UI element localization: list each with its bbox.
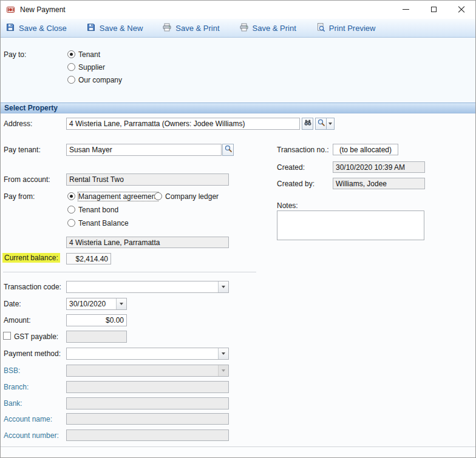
branch-field [66,381,229,393]
print-preview-icon [316,22,325,34]
window-title: New Payment [20,5,66,14]
save-print-label-2: Save & Print [253,24,296,33]
pay-to-radio-our-company-label[interactable]: Our company [78,76,122,84]
gst-payable-checkbox[interactable] [3,332,11,340]
from-account-label: From account: [4,175,50,184]
chevron-down-icon [222,286,225,288]
date-dropdown-button[interactable] [116,298,126,309]
pay-from-property-field: 4 Wisteria Lane, Parramatta [66,237,229,248]
account-name-field [66,413,229,425]
save-new-button[interactable]: Save & New [86,22,143,34]
current-balance-field: $2,414.40 [66,253,111,264]
transaction-code-label: Transaction code: [4,283,61,291]
maximize-button[interactable] [420,1,447,18]
close-icon [458,6,465,13]
section-title: Select Property [4,104,58,112]
gst-payable-field [66,331,127,343]
branch-label: Branch: [4,383,29,391]
save-close-label: Save & Close [19,24,67,33]
pay-tenant-lookup-button[interactable] [222,144,234,156]
payment-method-dropdown-button[interactable] [218,348,228,359]
pay-from-radio-management-agreement-label[interactable]: Management agreement [78,192,158,201]
pay-from-radio-company-ledger[interactable] [154,192,162,200]
transaction-no-label: Transaction no.: [277,146,329,154]
minimize-icon [403,9,409,10]
pay-to-label: Pay to: [4,50,26,59]
address-search-button[interactable] [302,118,313,130]
titlebar[interactable]: New Payment [1,1,475,19]
pay-tenant-input[interactable]: Susan Mayer [66,144,222,156]
account-name-label: Account name: [4,415,52,423]
pay-from-radio-tenant-balance-label[interactable]: Tenant Balance [78,219,129,227]
pay-to-radio-our-company[interactable] [67,76,75,84]
pay-to-radio-supplier[interactable] [67,63,75,71]
address-input[interactable]: 4 Wisteria Lane, Parramatta (Owners: Jod… [66,118,300,130]
from-account-field: Rental Trust Two [66,173,229,186]
amount-label: Amount: [4,316,31,325]
save-close-icon [5,22,15,34]
pay-from-label: Pay from: [4,192,35,201]
payment-method-label: Payment method: [4,349,61,358]
toolbar: Save & Close Save & New Save & Print Sav… [1,19,475,38]
date-select[interactable]: 30/10/2020 [66,298,127,310]
created-label: Created: [277,163,305,172]
chevron-down-icon [222,352,225,355]
save-print-label-1: Save & Print [175,24,219,33]
bottom-divider [1,446,476,447]
divider [3,272,256,272]
transaction-code-select[interactable] [66,281,229,293]
bank-field [66,397,229,409]
address-label: Address: [4,120,32,128]
pay-to-radio-supplier-label[interactable]: Supplier [78,63,105,72]
amount-input[interactable]: $0.00 [66,314,127,326]
window-controls [392,1,475,18]
save-print-button-2[interactable]: Save & Print [239,22,296,34]
pay-from-radio-management-agreement[interactable] [67,192,75,200]
app-icon [6,5,16,15]
created-field: 30/10/2020 10:39 AM [333,161,425,173]
printer-icon [162,22,172,34]
pay-from-radio-tenant-bond-label[interactable]: Tenant bond [78,206,118,214]
address-lookup-button[interactable] [315,118,327,130]
notes-textarea[interactable] [277,210,424,240]
pay-tenant-label: Pay tenant: [4,146,41,154]
notes-label: Notes: [277,201,298,210]
transaction-code-dropdown-button[interactable] [218,281,228,292]
current-balance-label: Current balance: [2,253,60,263]
chevron-down-icon [222,369,225,372]
payment-method-select[interactable] [66,348,229,360]
created-by-label: Created by: [277,180,314,188]
new-payment-window: New Payment Save & Close Save & New Save… [0,0,476,458]
pay-from-radio-tenant-balance[interactable] [67,219,75,227]
bank-label: Bank: [4,399,22,408]
bsb-select [66,365,229,377]
created-by-field: Williams, Jodee [333,178,425,189]
bsb-label: BSB: [4,366,20,375]
save-new-label: Save & New [100,24,143,33]
save-new-icon [86,22,96,34]
pay-to-radio-tenant-label[interactable]: Tenant [78,50,100,59]
printer-icon [239,22,249,34]
chevron-down-icon [328,123,332,125]
maximize-icon [431,7,437,12]
close-button[interactable] [447,1,475,18]
gst-payable-label: GST payable: [14,332,58,341]
address-dropdown-button[interactable] [326,118,335,130]
account-number-label: Account number: [4,431,59,440]
pay-from-radio-tenant-bond[interactable] [67,206,75,214]
minimize-button[interactable] [392,1,420,18]
save-print-button-1[interactable]: Save & Print [162,22,219,34]
bsb-dropdown-button [218,365,228,376]
save-close-button[interactable]: Save & Close [5,22,67,34]
binoculars-icon [304,118,312,129]
pay-to-radio-tenant[interactable] [67,50,75,58]
select-property-header: Select Property [1,103,475,113]
pay-from-radio-company-ledger-label[interactable]: Company ledger [165,192,219,201]
print-preview-label: Print Preview [329,24,376,33]
transaction-no-field: (to be allocated) [333,144,398,155]
date-label: Date: [4,300,21,308]
print-preview-button[interactable]: Print Preview [316,22,376,34]
chevron-down-icon [120,303,123,305]
magnifier-icon [317,118,325,129]
account-number-field [66,429,229,441]
